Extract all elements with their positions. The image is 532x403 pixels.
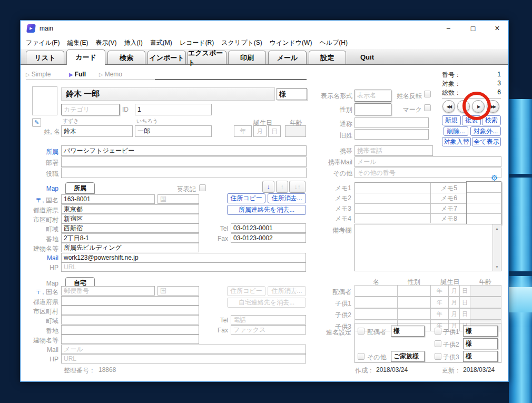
department-field[interactable]	[61, 156, 307, 167]
work-address-clear-button[interactable]: 住所消去...	[268, 193, 306, 203]
spouse-day-field[interactable]: 日	[459, 285, 470, 297]
child2-gender-field[interactable]	[397, 308, 431, 320]
sort-up-button[interactable]: ↑	[276, 181, 288, 193]
viewtab-memo[interactable]: ▷Memo	[99, 71, 122, 78]
notes-field[interactable]: ▲ ▼	[354, 224, 501, 271]
other-number-field[interactable]: その他の番号	[354, 168, 501, 178]
job-title-field[interactable]	[61, 168, 307, 178]
menu-file[interactable]: ファイル(F)	[26, 38, 60, 47]
home-mail-field[interactable]: メール	[61, 345, 306, 354]
quit-button[interactable]: Quit	[360, 53, 374, 61]
work-mail-field[interactable]: work123@powershift.ne.jp	[61, 253, 306, 262]
child1-day-field[interactable]: 日	[459, 297, 470, 308]
home-contact-clear-button[interactable]: 自宅連絡先を消去...	[227, 298, 306, 308]
home-address-copy-button[interactable]: 住所コピー	[227, 286, 265, 296]
menu-records[interactable]: レコード(R)	[180, 38, 214, 47]
notes-scrollbar[interactable]: ▲ ▼	[492, 224, 501, 271]
menu-scripts[interactable]: スクリプト(S)	[221, 38, 262, 47]
edit-photo-button[interactable]: ✎	[32, 118, 41, 127]
work-pref-field[interactable]: 東京都	[61, 204, 199, 214]
company-field[interactable]: パワーシフトジェービー	[61, 145, 307, 156]
joint-child3-checkbox[interactable]	[435, 353, 441, 360]
work-town-field[interactable]: 西新宿	[61, 223, 199, 233]
close-button[interactable]: ×	[485, 21, 509, 36]
swap-found-set-button[interactable]: 対象入替	[442, 137, 471, 146]
spouse-gender-field[interactable]	[397, 285, 431, 297]
work-fax-field[interactable]: 03-0123-0002	[231, 233, 306, 243]
home-address-clear-button[interactable]: 住所消去...	[268, 286, 306, 296]
joint-child1-checkbox[interactable]	[435, 328, 441, 335]
work-city-field[interactable]: 新宿区	[61, 214, 199, 223]
show-all-button[interactable]: 全て表示	[472, 137, 501, 146]
work-zip-field[interactable]: 163-8001	[61, 194, 155, 204]
company-label[interactable]: 所属	[36, 148, 58, 156]
photo-box[interactable]	[32, 86, 57, 115]
english-notation-checkbox[interactable]	[199, 184, 206, 191]
work-tel-field[interactable]: 03-0123-0001	[231, 223, 306, 233]
birth-day-field[interactable]: 日	[268, 125, 281, 137]
tab-settings[interactable]: 設定	[309, 51, 346, 64]
joint-child1-honorific-field[interactable]: 様	[463, 326, 498, 337]
joint-other-checkbox[interactable]	[358, 353, 364, 360]
mobile-mail-field[interactable]: メール	[354, 156, 501, 167]
menu-help[interactable]: ヘルプ(H)	[319, 38, 348, 47]
joint-child2-checkbox[interactable]	[435, 340, 441, 347]
sort-both-button[interactable]: ↓↑	[289, 181, 306, 193]
menu-insert[interactable]: 挿入(I)	[124, 38, 142, 47]
viewtab-simple[interactable]: ▷Simple	[26, 71, 51, 78]
sort-down-button[interactable]: ↓	[262, 181, 274, 193]
last-name-field[interactable]: 鈴木	[61, 125, 133, 137]
home-building-field[interactable]	[61, 335, 199, 344]
menu-window[interactable]: ウインドウ(W)	[270, 38, 312, 47]
work-map-link[interactable]: Map	[26, 185, 58, 192]
work-address-tab[interactable]: 所属	[65, 182, 95, 194]
child1-name-field[interactable]	[354, 297, 398, 308]
tab-mail[interactable]: メール	[268, 51, 307, 64]
scroll-down-button[interactable]: ▼	[493, 263, 501, 271]
display-name-field[interactable]: 表示名	[354, 90, 391, 102]
home-fax-field[interactable]: ファックス	[231, 325, 306, 335]
tab-list[interactable]: リスト	[26, 51, 64, 64]
viewtab-full[interactable]: ▶Full	[69, 71, 86, 78]
tab-import[interactable]: インポート	[147, 51, 186, 64]
joint-child3-honorific-field[interactable]: 様	[463, 351, 498, 362]
work-address-copy-button[interactable]: 住所コピー	[227, 193, 265, 203]
spouse-month-field[interactable]: 月	[448, 285, 460, 297]
menu-edit[interactable]: 編集(E)	[67, 38, 88, 47]
home-url-field[interactable]: URL	[61, 354, 306, 363]
scroll-up-button[interactable]: ▲	[493, 224, 501, 232]
nickname-field[interactable]	[354, 117, 429, 128]
category-field[interactable]: カテゴリ	[61, 104, 120, 115]
work-block-field[interactable]: 2丁目8-1	[61, 233, 199, 243]
spouse-year-field[interactable]: 年	[430, 285, 449, 297]
maximize-button[interactable]: □	[461, 21, 485, 36]
omit-record-button[interactable]: 対象外...	[470, 126, 501, 136]
joint-other-honorific-field[interactable]: ご家族様	[391, 351, 425, 362]
work-mail-label[interactable]: Mail	[26, 254, 58, 262]
joint-spouse-checkbox[interactable]	[358, 328, 364, 335]
home-city-field[interactable]	[61, 306, 199, 315]
spouse-name-field[interactable]	[354, 285, 398, 297]
mark-checkbox[interactable]	[424, 104, 431, 111]
child2-day-field[interactable]: 日	[459, 308, 470, 320]
child2-month-field[interactable]: 月	[448, 308, 460, 320]
gender-field[interactable]	[354, 103, 391, 115]
new-record-button[interactable]: 新規	[442, 115, 461, 125]
work-contact-clear-button[interactable]: 所属連絡先を消去...	[227, 205, 306, 215]
first-name-field[interactable]: 一郎	[135, 125, 212, 137]
home-town-field[interactable]	[61, 315, 199, 325]
home-country-field[interactable]: 国	[157, 286, 199, 296]
tab-find[interactable]: 検索	[107, 51, 145, 64]
work-country-field[interactable]: 国	[157, 194, 199, 204]
home-block-field[interactable]	[61, 325, 199, 335]
tab-print[interactable]: 印刷	[228, 51, 266, 64]
work-building-field[interactable]: 所属先ビルディング	[61, 243, 199, 252]
memo-right-fields[interactable]	[466, 181, 501, 224]
id-field[interactable]: 1	[135, 104, 212, 115]
maiden-name-field[interactable]	[354, 129, 429, 140]
joint-child2-honorific-field[interactable]: 様	[463, 338, 498, 349]
tab-export[interactable]: エクスポート	[188, 51, 226, 64]
home-zip-field[interactable]: 郵便番号	[61, 286, 155, 296]
child2-year-field[interactable]: 年	[430, 308, 449, 320]
minimize-button[interactable]: −	[436, 21, 460, 36]
